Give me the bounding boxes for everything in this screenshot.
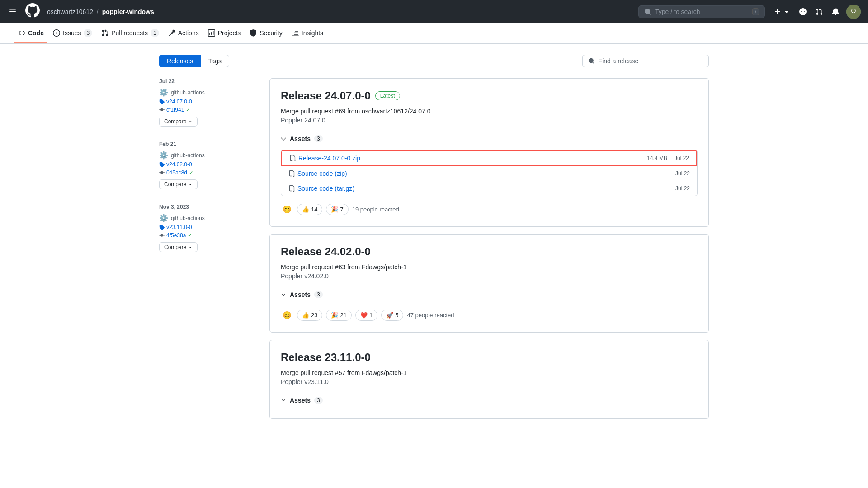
asset-size-zip: 14.4 MB (647, 155, 667, 161)
commit-hash-2[interactable]: 0d5ac8d (166, 169, 187, 176)
nav-actions-label: Actions (178, 29, 199, 37)
notifications-button[interactable] (830, 6, 841, 17)
breadcrumb-separator: / (97, 8, 99, 15)
reaction-party-1[interactable]: 🎉 7 (326, 204, 348, 215)
nav-item-actions[interactable]: Actions (165, 24, 203, 43)
party-count-2: 21 (340, 312, 346, 319)
github-actions-icon-2: ⚙️ (159, 151, 168, 160)
thumbsup-emoji-1: 👍 (302, 206, 309, 213)
search-placeholder-text: Type / to search (655, 8, 700, 15)
main-content: Releases Tags Jul 22 ⚙️ github-actions v… (145, 44, 723, 430)
search-kbd: / (752, 8, 759, 15)
sidebar-tag-1[interactable]: v24.07.0-0 (159, 99, 259, 105)
assets-count-2: 3 (314, 291, 323, 298)
sidebar-tag-2[interactable]: v24.02.0-0 (159, 161, 259, 168)
thumbsup-count-1: 14 (311, 206, 317, 213)
release-title-3: Release 23.11.0-0 (281, 351, 698, 364)
releases-tab[interactable]: Releases (159, 55, 201, 67)
asset-date-zip: Jul 22 (675, 155, 689, 161)
nav-item-code[interactable]: Code (14, 24, 47, 43)
assets-count-1: 3 (314, 135, 323, 142)
asset-date-src-tar: Jul 22 (675, 185, 690, 192)
reaction-heart-2[interactable]: ❤️ 1 (355, 310, 377, 321)
release-title-1: Release 24.07.0-0 Latest (281, 89, 698, 102)
party-count-1: 7 (340, 206, 343, 213)
add-reaction-btn-1[interactable]: 😊 (281, 203, 293, 216)
asset-link-zip[interactable]: Release-24.07.0-0.zip (298, 155, 647, 162)
assets-label-3: Assets (290, 397, 311, 404)
release-card-2: Release 24.02.0-0 Merge pull request #63… (269, 234, 709, 333)
nav-projects-label: Projects (218, 29, 241, 37)
breadcrumb-user-link[interactable]: oschwartz10612 (47, 8, 93, 15)
release-name-1: Release 24.07.0-0 (281, 89, 371, 102)
global-search[interactable]: Type / to search / (638, 5, 765, 18)
assets-toggle-1[interactable]: Assets 3 (281, 131, 698, 146)
content-layout: Jul 22 ⚙️ github-actions v24.07.0-0 cf1f… (159, 78, 709, 419)
sidebar-date-2: Feb 21 (159, 141, 259, 147)
heart-count-2: 1 (369, 312, 373, 319)
reactions-2: 😊 👍 23 🎉 21 ❤️ 1 🚀 5 (281, 309, 698, 321)
sidebar-author-3: ⚙️ github-actions (159, 214, 259, 222)
copilot-button[interactable] (797, 6, 808, 17)
repo-nav: Code Issues 3 Pull requests 1 Actions Pr… (0, 23, 868, 44)
compare-btn-3[interactable]: Compare (159, 242, 198, 252)
asset-link-src-tar[interactable]: Source code (tar.gz) (297, 185, 675, 192)
add-reaction-btn-2[interactable]: 😊 (281, 309, 293, 321)
commit-status-2: ✓ (189, 169, 193, 176)
asset-link-src-zip[interactable]: Source code (zip) (297, 170, 675, 177)
reaction-rocket-2[interactable]: 🚀 5 (381, 310, 403, 321)
hamburger-menu-button[interactable] (7, 6, 18, 17)
nav-issues-label: Issues (63, 29, 81, 37)
commit-hash-1[interactable]: cf1f941 (166, 107, 184, 113)
release-card-3: Release 23.11.0-0 Merge pull request #57… (269, 340, 709, 419)
nav-item-security[interactable]: Security (246, 24, 286, 43)
reaction-party-2[interactable]: 🎉 21 (326, 310, 351, 321)
nav-item-prs[interactable]: Pull requests 1 (98, 23, 163, 43)
avatar[interactable]: O (846, 5, 861, 19)
reaction-thumbsup-2[interactable]: 👍 23 (297, 310, 322, 321)
reactions-1: 😊 👍 14 🎉 7 19 people reacted (281, 203, 698, 216)
releases-header: Releases Tags (159, 55, 709, 67)
pull-requests-icon-button[interactable] (814, 6, 825, 17)
nav-prs-label: Pull requests (111, 29, 148, 37)
compare-btn-1[interactable]: Compare (159, 117, 198, 127)
commit-status-3: ✓ (188, 232, 192, 239)
reaction-thumbsup-1[interactable]: 👍 14 (297, 204, 322, 215)
sidebar-item-2: Feb 21 ⚙️ github-actions v24.02.0-0 0d5a… (159, 141, 259, 189)
assets-label-2: Assets (290, 291, 311, 298)
github-logo[interactable] (25, 3, 40, 20)
tags-tab[interactable]: Tags (201, 55, 229, 67)
asset-item-highlighted: Release-24.07.0-0.zip 14.4 MB Jul 22 (281, 150, 697, 166)
reactions-text-1: 19 people reacted (352, 206, 399, 213)
add-new-button[interactable] (772, 6, 792, 17)
nav-item-issues[interactable]: Issues 3 (49, 23, 96, 43)
release-desc-2: Merge pull request #63 from Fdawgs/patch… (281, 263, 698, 271)
find-release-input[interactable] (599, 57, 703, 65)
asset-item-src-tar: Source code (tar.gz) Jul 22 (281, 181, 697, 196)
releases-sidebar: Jul 22 ⚙️ github-actions v24.07.0-0 cf1f… (159, 78, 259, 419)
sidebar-author-2: ⚙️ github-actions (159, 151, 259, 160)
sidebar-tag-3[interactable]: v23.11.0-0 (159, 224, 259, 230)
rocket-count-2: 5 (395, 312, 398, 319)
commit-hash-3[interactable]: 4f5e38a (166, 232, 186, 239)
breadcrumb-repo-link[interactable]: poppler-windows (102, 8, 154, 15)
assets-count-3: 3 (314, 397, 323, 404)
sidebar-author-1: ⚙️ github-actions (159, 88, 259, 97)
asset-date-src-zip: Jul 22 (675, 170, 690, 177)
party-emoji-1: 🎉 (331, 206, 338, 213)
header-actions: O (772, 5, 861, 19)
sidebar-item-1: Jul 22 ⚙️ github-actions v24.07.0-0 cf1f… (159, 78, 259, 127)
tab-buttons: Releases Tags (159, 55, 229, 67)
release-sub-2: Poppler v24.02.0 (281, 272, 698, 280)
assets-toggle-2[interactable]: Assets 3 (281, 287, 698, 302)
nav-item-projects[interactable]: Projects (204, 24, 245, 43)
breadcrumb-nav: oschwartz10612 / poppler-windows (47, 8, 154, 15)
nav-code-label: Code (28, 29, 44, 37)
sidebar-item-3: Nov 3, 2023 ⚙️ github-actions v23.11.0-0… (159, 204, 259, 252)
nav-item-insights[interactable]: Insights (288, 24, 327, 43)
compare-btn-2[interactable]: Compare (159, 179, 198, 189)
release-title-2: Release 24.02.0-0 (281, 245, 698, 258)
find-release-search[interactable] (582, 55, 709, 67)
assets-toggle-3[interactable]: Assets 3 (281, 393, 698, 408)
thumbsup-count-2: 23 (311, 312, 317, 319)
